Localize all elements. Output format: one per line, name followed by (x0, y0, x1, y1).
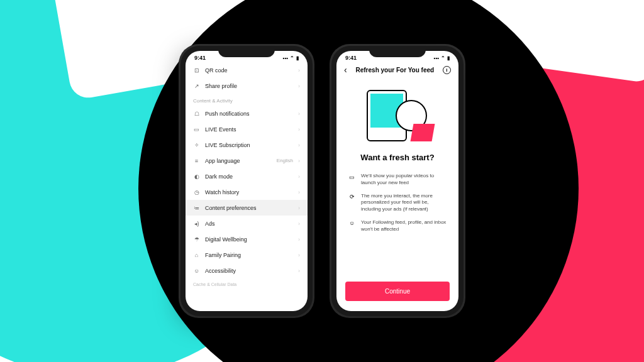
row-value: English (277, 158, 293, 163)
content-preferences-icon: ≔ (193, 204, 200, 211)
row-family-pairing[interactable]: ⌂Family Pairing› (186, 247, 308, 263)
bullet: ▭We'll show you popular videos to launch… (348, 170, 447, 190)
bullet: ⟳The more you interact, the more persona… (348, 190, 447, 216)
continue-button[interactable]: Continue (345, 282, 450, 301)
row-accessibility[interactable]: ☺Accessibility› (186, 263, 308, 278)
chevron-right-icon: › (298, 67, 300, 74)
refresh-icon: ⟳ (348, 193, 356, 201)
row-label: Watch history (205, 189, 293, 195)
row-ads[interactable]: ◂)Ads› (186, 216, 308, 231)
row-push-notifications[interactable]: ☖Push notifications› (186, 106, 308, 121)
chevron-right-icon: › (298, 142, 300, 148)
row-label: Ads (205, 221, 293, 227)
row-dark-mode[interactable]: ◐Dark mode› (186, 168, 308, 184)
wifi-icon: ⌃ (290, 55, 294, 61)
bullet: ☺Your Following feed, profile, and inbox… (348, 216, 447, 236)
phone-refresh: 9:41 ••• ⌃ ▮ ‹ Refresh your For You feed… (331, 46, 464, 316)
row-content-preferences[interactable]: ≔Content preferences› (186, 200, 308, 216)
row-qr-code[interactable]: ⊡QR code› (186, 62, 308, 78)
chevron-right-icon: › (298, 252, 300, 258)
battery-icon: ▮ (296, 55, 299, 61)
watch-history-icon: ◷ (193, 189, 200, 195)
row-digital-wellbeing[interactable]: ☂Digital Wellbeing› (186, 231, 308, 247)
share-profile-icon: ↗ (193, 82, 200, 89)
chevron-right-icon: › (298, 111, 300, 117)
bullet-text: The more you interact, the more personal… (361, 193, 447, 213)
row-label: Family Pairing (205, 252, 293, 258)
row-app-language[interactable]: ≡App languageEnglish› (186, 153, 308, 168)
headline: Want a fresh start? (349, 153, 446, 162)
accessibility-icon: ☺ (193, 267, 200, 274)
qr-code-icon: ⊡ (193, 67, 200, 74)
row-label: Push notifications (205, 111, 293, 117)
dark-mode-icon: ◐ (193, 173, 200, 180)
live-subscription-icon: ✧ (193, 141, 200, 148)
row-label: Share profile (205, 83, 293, 89)
wifi-icon: ⌃ (441, 55, 445, 61)
row-share-profile[interactable]: ↗Share profile› (186, 78, 308, 94)
chevron-right-icon: › (298, 83, 300, 89)
phone-settings: 9:41 ••• ⌃ ▮ ⊡QR code›↗Share profile›Con… (180, 46, 313, 316)
row-label: App language (205, 158, 272, 164)
row-watch-history[interactable]: ◷Watch history› (186, 184, 308, 200)
video-icon: ▭ (348, 173, 356, 181)
chevron-right-icon: › (298, 221, 300, 227)
person-icon: ☺ (348, 219, 356, 228)
push-notifications-icon: ☖ (193, 110, 200, 117)
row-label: QR code (205, 67, 293, 74)
ads-icon: ◂) (193, 220, 200, 227)
live-events-icon: ▭ (193, 126, 200, 133)
battery-icon: ▮ (447, 55, 450, 61)
chevron-right-icon: › (298, 236, 300, 243)
row-label: Accessibility (205, 268, 293, 274)
chevron-right-icon: › (298, 205, 300, 211)
status-time: 9:41 (194, 55, 206, 61)
row-live-subscription[interactable]: ✧LIVE Subscription› (186, 137, 308, 153)
bullet-text: We'll show you popular videos to launch … (361, 173, 447, 187)
section-header: Content & Activity (186, 94, 308, 106)
page-title: Refresh your For You feed (356, 67, 435, 74)
row-label: LIVE Subscription (205, 142, 293, 148)
chevron-right-icon: › (298, 158, 300, 164)
chevron-right-icon: › (298, 268, 300, 274)
info-icon[interactable]: i (443, 66, 451, 74)
chevron-right-icon: › (298, 126, 300, 133)
illustration (363, 87, 432, 144)
signal-icon: ••• (283, 55, 288, 61)
notch (218, 46, 275, 57)
digital-wellbeing-icon: ☂ (193, 236, 200, 243)
bullet-text: Your Following feed, profile, and inbox … (361, 219, 447, 233)
row-live-events[interactable]: ▭LIVE Events› (186, 121, 308, 137)
row-label: Content preferences (205, 205, 293, 211)
app-language-icon: ≡ (193, 157, 200, 164)
row-label: Dark mode (205, 173, 293, 180)
chevron-right-icon: › (298, 173, 300, 180)
notch (369, 46, 426, 57)
row-label: LIVE Events (205, 126, 293, 133)
chevron-right-icon: › (298, 189, 300, 195)
family-pairing-icon: ⌂ (193, 251, 200, 258)
row-label: Digital Wellbeing (205, 236, 293, 243)
footer-note: Cache & Cellular Data (186, 278, 308, 290)
back-button[interactable]: ‹ (344, 65, 347, 75)
status-time: 9:41 (345, 55, 357, 61)
signal-icon: ••• (434, 55, 439, 61)
